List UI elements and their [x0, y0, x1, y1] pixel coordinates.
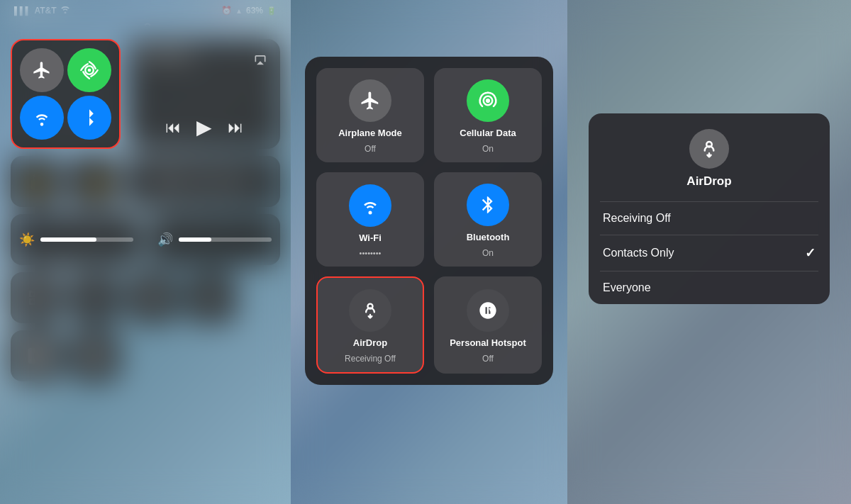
airdrop-header: AirDrop — [589, 113, 830, 201]
svg-point-1 — [87, 69, 91, 72]
airdrop-menu-title: AirDrop — [686, 174, 731, 189]
wifi-label: Wi-Fi — [359, 233, 382, 243]
contacts-only-label: Contacts Only — [603, 247, 674, 259]
receiving-off-option[interactable]: Receiving Off — [589, 202, 830, 235]
cellular-label: Cellular Data — [460, 128, 516, 138]
hotspot-label: Personal Hotspot — [450, 337, 526, 348]
prev-btn[interactable]: ⏮ — [165, 118, 181, 137]
expanded-control-center: Airplane Mode Off Cellular Data On — [305, 57, 553, 385]
brightness-bar — [40, 237, 133, 242]
hotspot-sublabel: Off — [482, 354, 494, 364]
volume-bar — [179, 237, 272, 242]
airplane-label: Airplane Mode — [338, 128, 402, 138]
wifi-sublabel: •••••••• — [360, 249, 382, 257]
bluetooth-icon-circle — [467, 184, 509, 226]
airdrop-menu: AirDrop Receiving Off Contacts Only ✓ Ev… — [589, 113, 830, 304]
wifi-btn-left[interactable] — [20, 96, 64, 140]
airplane-icon-circle — [349, 79, 391, 122]
bluetooth-sublabel: On — [482, 248, 494, 258]
airdrop-icon-circle — [349, 289, 391, 332]
brightness-icon: ☀️ — [19, 232, 35, 247]
svg-point-3 — [486, 99, 490, 103]
airplane-btn[interactable] — [20, 48, 64, 92]
airdrop-label: AirDrop — [353, 337, 387, 348]
right-panel: AirDrop Receiving Off Contacts Only ✓ Ev… — [567, 0, 851, 504]
left-panel: ▌▌▌ AT&T ⏰ ▲ 63% 🔋 — [0, 0, 291, 504]
bluetooth-exp-btn[interactable]: Bluetooth On — [434, 172, 542, 267]
airplane-sublabel: Off — [365, 144, 376, 154]
everyone-label: Everyone — [603, 281, 651, 294]
wifi-icon-circle — [349, 184, 391, 227]
contacts-only-option[interactable]: Contacts Only ✓ — [589, 235, 830, 271]
volume-fill — [179, 237, 211, 242]
brightness-fill — [40, 237, 96, 242]
wifi-exp-btn[interactable]: Wi-Fi •••••••• — [316, 172, 424, 267]
cellular-data-btn[interactable]: Cellular Data On — [434, 68, 542, 162]
receiving-off-label: Receiving Off — [603, 212, 671, 225]
airplay-btn[interactable] — [250, 49, 270, 69]
bluetooth-label: Bluetooth — [467, 232, 510, 242]
next-btn[interactable]: ⏭ — [228, 118, 243, 137]
airplane-mode-btn[interactable]: Airplane Mode Off — [316, 68, 424, 162]
contacts-only-checkmark: ✓ — [805, 245, 816, 261]
cellular-btn[interactable] — [67, 48, 111, 92]
connectivity-block[interactable] — [11, 39, 121, 149]
volume-icon: 🔊 — [157, 232, 173, 247]
cellular-sublabel: On — [482, 144, 494, 154]
hotspot-icon-circle — [467, 289, 509, 332]
middle-panel: Airplane Mode Off Cellular Data On — [291, 0, 567, 504]
everyone-option[interactable]: Everyone — [589, 271, 830, 304]
airdrop-menu-icon — [689, 129, 729, 169]
cellular-icon-circle — [467, 79, 509, 122]
bluetooth-btn-left[interactable] — [67, 96, 111, 140]
play-btn[interactable]: ▶ — [196, 116, 212, 139]
hotspot-btn[interactable]: Personal Hotspot Off — [434, 276, 542, 374]
airdrop-exp-btn[interactable]: AirDrop Receiving Off — [316, 276, 424, 374]
airdrop-sublabel: Receiving Off — [345, 354, 396, 364]
